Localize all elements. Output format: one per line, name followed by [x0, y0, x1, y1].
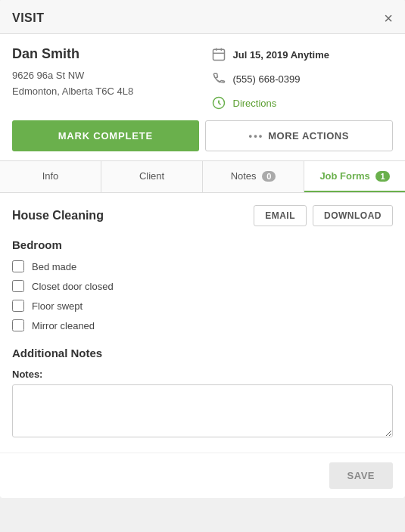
bedroom-section-title: Bedroom: [12, 238, 393, 251]
closet-door-label[interactable]: Closet door closed: [32, 281, 114, 292]
directions-icon: [210, 95, 227, 111]
tab-job-forms-badge: 1: [375, 171, 389, 182]
tab-client-label: Client: [139, 170, 164, 182]
save-row: SAVE: [0, 453, 405, 498]
bed-made-checkbox[interactable]: [12, 260, 24, 272]
more-actions-button[interactable]: ••• MORE ACTIONS: [205, 120, 394, 151]
more-actions-dots: •••: [249, 130, 264, 142]
directions-link[interactable]: Directions: [233, 98, 277, 109]
address-line3: Edmonton, Alberta T6C 4L8: [12, 84, 195, 100]
svg-rect-0: [213, 49, 224, 60]
client-name: Dan Smith: [12, 46, 195, 62]
tab-info[interactable]: Info: [0, 161, 101, 192]
modal-title: VISIT: [12, 11, 45, 25]
checklist-item: Closet door closed: [12, 280, 393, 292]
visit-details: Jul 15, 2019 Anytime (555) 668-0399: [210, 46, 394, 111]
floor-swept-checkbox[interactable]: [12, 300, 24, 312]
tab-client[interactable]: Client: [101, 161, 203, 192]
additional-notes-section: Additional Notes Notes:: [12, 347, 393, 440]
form-title-row: House Cleaning EMAIL DOWNLOAD: [12, 205, 393, 226]
bed-made-label[interactable]: Bed made: [32, 261, 76, 272]
tab-notes-label: Notes: [231, 170, 257, 182]
modal-header: VISIT ×: [0, 0, 405, 34]
form-action-buttons: EMAIL DOWNLOAD: [254, 205, 393, 226]
close-button[interactable]: ×: [384, 11, 393, 26]
phone-icon: [210, 70, 227, 87]
tab-info-label: Info: [42, 170, 59, 182]
address-line2: 9626 96a St NW: [12, 68, 195, 84]
directions-row[interactable]: Directions: [210, 95, 394, 111]
closet-door-checkbox[interactable]: [12, 280, 24, 292]
date-row: Jul 15, 2019 Anytime: [210, 46, 394, 63]
save-button[interactable]: SAVE: [329, 462, 393, 489]
checklist-item: Bed made: [12, 260, 393, 272]
mirror-cleaned-label[interactable]: Mirror cleaned: [32, 320, 95, 331]
notes-textarea[interactable]: [12, 384, 393, 437]
client-section: Dan Smith 9626 96a St NW Edmonton, Alber…: [12, 46, 195, 111]
checklist-item: Floor swept: [12, 300, 393, 312]
phone-row: (555) 668-0399: [210, 70, 394, 87]
visit-phone: (555) 668-0399: [233, 73, 301, 85]
additional-notes-title: Additional Notes: [12, 347, 393, 359]
actions-row: MARK COMPLETE ••• MORE ACTIONS: [0, 120, 405, 160]
checklist-item: Mirror cleaned: [12, 319, 393, 331]
visit-modal: VISIT × Dan Smith 9626 96a St NW Edmonto…: [0, 0, 405, 498]
job-forms-content: House Cleaning EMAIL DOWNLOAD Bedroom Be…: [0, 193, 405, 453]
mark-complete-button[interactable]: MARK COMPLETE: [12, 120, 199, 151]
tab-notes-badge: 0: [262, 171, 276, 182]
tab-notes[interactable]: Notes 0: [203, 161, 304, 192]
form-title: House Cleaning: [12, 209, 104, 222]
visit-date: Jul 15, 2019 Anytime: [233, 49, 329, 61]
visit-info-section: Dan Smith 9626 96a St NW Edmonton, Alber…: [0, 34, 405, 120]
email-button[interactable]: EMAIL: [254, 205, 307, 226]
mirror-cleaned-checkbox[interactable]: [12, 319, 24, 331]
tab-job-forms-label: Job Forms: [319, 170, 369, 182]
more-actions-label: MORE ACTIONS: [268, 130, 349, 142]
tabs-bar: Info Client Notes 0 Job Forms 1: [0, 160, 405, 193]
floor-swept-label[interactable]: Floor swept: [32, 300, 83, 312]
calendar-icon: [210, 46, 227, 63]
tab-job-forms[interactable]: Job Forms 1: [304, 161, 405, 192]
notes-label: Notes:: [12, 369, 393, 380]
client-address: 9626 96a St NW Edmonton, Alberta T6C 4L8: [12, 68, 195, 100]
download-button[interactable]: DOWNLOAD: [313, 205, 393, 226]
bedroom-checklist: Bed made Closet door closed Floor swept …: [12, 260, 393, 331]
